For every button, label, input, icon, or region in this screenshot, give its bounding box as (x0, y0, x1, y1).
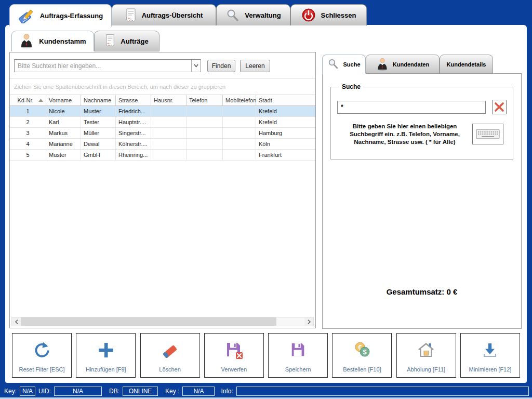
order-entry-icon (18, 8, 35, 23)
sub-tab-label: Kundenstamm (39, 37, 86, 45)
status-key2-value: N/A (182, 387, 215, 396)
search-hint-text: Bitte geben Sie hier einen beliebigen Su… (343, 123, 466, 146)
search-icon (225, 8, 240, 22)
table-row[interactable]: 4MarianneDewalKölnerstr....Köln (10, 139, 315, 150)
chevron-down-icon (194, 64, 198, 68)
suche-groupbox: Suche Bitte geben Sie hier einen beliebi… (330, 83, 513, 160)
reset-icon (33, 334, 51, 366)
status-key1-value: N/A (20, 387, 35, 396)
delete-button[interactable]: Löschen (140, 333, 200, 378)
clear-search-button[interactable] (492, 100, 507, 114)
status-key2-label: Key : (165, 388, 179, 395)
action-button-row: Reset Filter [ESC] Hinzufügen [F9] (12, 333, 520, 378)
total-revenue-label: Gesamtumsatz: 0 € (323, 287, 521, 296)
right-tab-bar: Suche Kundendaten Kundendetails (322, 55, 493, 74)
search-term-row (337, 100, 507, 114)
table-cell: Hauptstr.... (116, 117, 151, 127)
tab-suche[interactable]: Suche (322, 55, 366, 74)
main-tab-bar: Auftrags-Erfassung Auftrags-Übersicht Ve… (9, 4, 367, 26)
table-cell (187, 150, 223, 160)
table-cell (223, 128, 256, 138)
tab-kundendaten[interactable]: Kundendaten (366, 55, 440, 74)
save-button[interactable]: Speichern (268, 333, 328, 378)
tab-auftrags-erfassung[interactable]: Auftrags-Erfassung (9, 4, 112, 26)
right-tab-label: Kundendaten (393, 61, 429, 68)
person-icon (19, 33, 34, 50)
table-cell: Friedrich... (116, 106, 151, 116)
column-header-mobiltelefon[interactable]: Mobiltelefon (223, 95, 256, 105)
pickup-button[interactable]: Abholung [F11] (396, 333, 456, 378)
main-tab-label: Auftrags-Erfassung (40, 12, 103, 20)
reset-filter-button[interactable]: Reset Filter [ESC] (12, 333, 72, 378)
status-info-value (236, 387, 529, 396)
table-cell (187, 139, 223, 149)
table-cell (151, 150, 187, 160)
suche-group-title: Suche (339, 83, 363, 90)
scrollbar-thumb[interactable] (21, 317, 276, 326)
table-body: 1NicoleMusterFriedrich...Krefeld2KarlTes… (10, 106, 315, 161)
table-cell (223, 106, 256, 116)
horizontal-scrollbar[interactable] (11, 317, 314, 326)
minimize-icon (481, 334, 499, 366)
status-key1-label: Key: (4, 388, 17, 395)
keyboard-icon (476, 127, 500, 141)
scroll-left-button[interactable] (12, 317, 21, 326)
table-row[interactable]: 3MarkusMüllerSingerstr...Hamburg (10, 128, 315, 139)
tab-kundendetails[interactable]: Kundendetails (440, 55, 493, 74)
table-cell: Markus (46, 128, 81, 138)
table-cell (223, 150, 256, 160)
table-cell: 5 (10, 150, 46, 160)
grid-search-input[interactable] (15, 60, 191, 72)
column-header-vorname[interactable]: Vorname (46, 95, 81, 105)
find-button[interactable]: Finden (207, 60, 235, 72)
tab-schliessen[interactable]: Schliessen (290, 4, 367, 25)
tab-auftraege[interactable]: Aufträge (94, 31, 159, 51)
table-row[interactable]: 2KarlTesterHauptstr....Krefeld (10, 117, 315, 128)
receipt-icon (105, 34, 115, 49)
tab-auftrags-uebersicht[interactable]: Auftrags-Übersicht (112, 4, 216, 25)
table-cell: Krefeld (256, 117, 315, 127)
table-cell (187, 128, 223, 138)
table-row[interactable]: 1NicoleMusterFriedrich...Krefeld (10, 106, 315, 117)
status-info-label: Info: (221, 388, 233, 395)
column-header-nachname[interactable]: Nachname (81, 95, 116, 105)
group-by-area[interactable]: Ziehen Sie eine Spaltenüberschrift in di… (10, 78, 315, 95)
table-cell: Tester (81, 117, 116, 127)
search-hint-row: Bitte geben Sie hier einen beliebigen Su… (337, 123, 507, 146)
scroll-right-button[interactable] (304, 317, 313, 326)
table-cell: Karl (46, 117, 81, 127)
main-tab-label: Schliessen (321, 11, 356, 19)
tab-verwaltung[interactable]: Verwaltung (216, 4, 290, 25)
table-cell: Singerstr... (116, 128, 151, 138)
column-header-kdnr[interactable]: Kd-Nr. (10, 95, 46, 105)
discard-button[interactable]: Verwerfen (204, 333, 264, 378)
minimize-button[interactable]: Minimieren [F12] (460, 333, 520, 378)
add-button[interactable]: Hinzufügen [F9] (76, 333, 136, 378)
table-header: Kd-Nr. Vorname Nachname Strasse Hausnr. … (10, 95, 315, 106)
clear-button[interactable]: Leeren (240, 60, 270, 72)
column-header-strasse[interactable]: Strasse (116, 95, 151, 105)
tab-kundenstamm[interactable]: Kundenstamm (11, 31, 94, 51)
column-header-hausnr[interactable]: Hausnr. (151, 95, 187, 105)
table-cell: GmbH (81, 150, 116, 160)
search-term-input[interactable] (337, 101, 486, 114)
column-header-telefon[interactable]: Telefon (187, 95, 223, 105)
order-button[interactable]: € $ Bestellen [F10] (332, 333, 392, 378)
search-panel: Suche Bitte geben Sie hier einen beliebi… (322, 73, 522, 329)
keyboard-button[interactable] (472, 124, 503, 144)
red-x-icon (494, 101, 505, 113)
svg-text:$: $ (363, 348, 367, 355)
table-cell: Muster (46, 150, 81, 160)
house-icon (417, 334, 435, 366)
table-cell: Müller (81, 128, 116, 138)
power-icon (301, 8, 316, 22)
status-uid-value: N/A (54, 387, 102, 396)
main-content-panel: Kundenstamm Aufträge (5, 25, 527, 383)
table-cell: 4 (10, 139, 46, 149)
main-tab-label: Auftrags-Übersicht (142, 11, 203, 19)
table-row[interactable]: 5MusterGmbHRheinring...Frankfurt (10, 150, 315, 161)
column-header-stadt[interactable]: Stadt (256, 95, 315, 105)
coins-icon: € $ (352, 334, 372, 366)
combo-dropdown-button[interactable] (191, 60, 201, 72)
sort-ascending-icon (38, 99, 43, 102)
